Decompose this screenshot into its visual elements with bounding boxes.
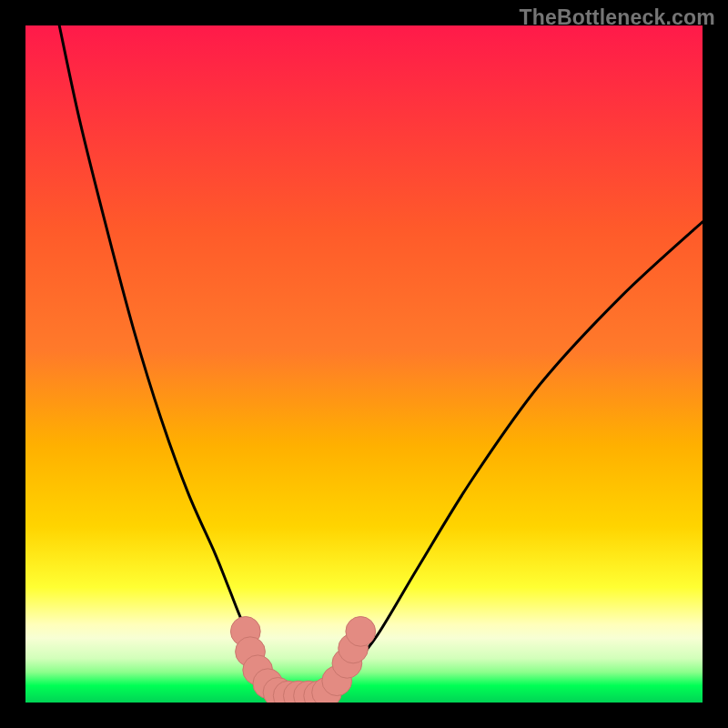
chart-outer-frame: TheBottleneck.com <box>0 0 728 728</box>
plot-svg <box>25 25 703 703</box>
data-marker <box>346 617 376 647</box>
gradient-background <box>25 25 703 703</box>
watermark-text: TheBottleneck.com <box>519 5 715 30</box>
plot-area <box>25 25 703 703</box>
